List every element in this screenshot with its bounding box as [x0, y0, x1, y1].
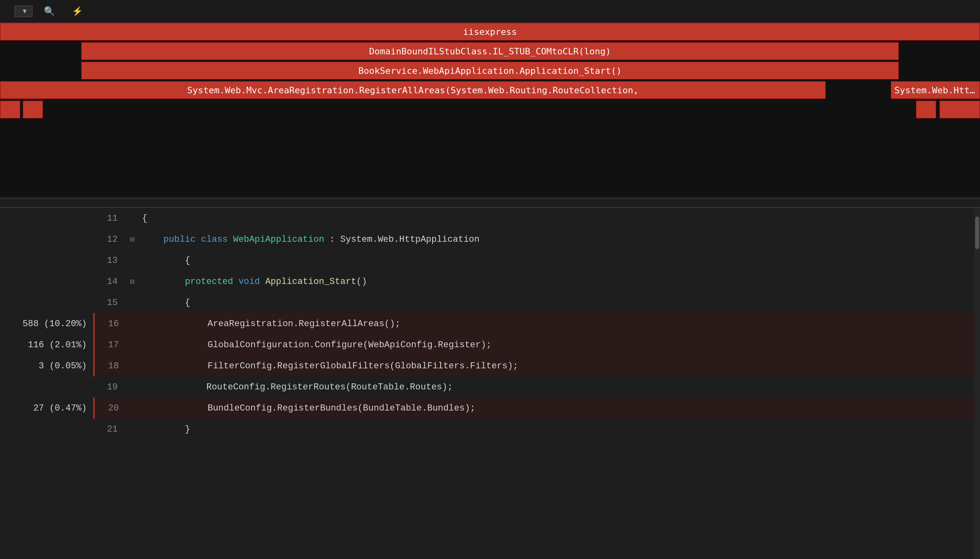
- line-number-13: 13: [93, 250, 126, 271]
- collapse-btn-12[interactable]: ⊟: [126, 229, 139, 250]
- view-selector[interactable]: ▼: [15, 6, 32, 17]
- top-bar: ▼ 🔍 ⚡: [0, 0, 980, 23]
- line-number-20: 20: [95, 398, 127, 419]
- collapse-btn-11: [126, 208, 139, 229]
- collapse-btn-20: [127, 398, 140, 419]
- collapse-btn-17: [127, 334, 140, 355]
- code-area: 588 (10.20%)116 (2.01%)3 (0.05%)27 (0.47…: [0, 208, 980, 559]
- scrollbar-thumb[interactable]: [975, 217, 979, 249]
- code-text-11: {: [139, 208, 974, 229]
- flame-bar-iisexpress[interactable]: iisexpress: [0, 23, 980, 41]
- scrollbar[interactable]: [974, 208, 980, 559]
- code-content: 11{12⊟ public class WebApiApplication : …: [93, 208, 974, 559]
- flame-bar-small4[interactable]: [916, 101, 936, 118]
- line-number-12: 12: [93, 229, 126, 250]
- code-text-17: GlobalConfiguration.Configure(WebApiConf…: [140, 334, 974, 355]
- hit-count-row-18: 3 (0.05%): [0, 355, 93, 376]
- code-line-21: 21 }: [93, 419, 974, 440]
- code-line-18: 18 FilterConfig.RegisterGlobalFilters(Gl…: [93, 355, 974, 376]
- code-line-17: 17 GlobalConfiguration.Configure(WebApiC…: [93, 334, 974, 355]
- collapse-btn-21: [126, 419, 139, 440]
- hit-count-row-17: 116 (2.01%): [0, 334, 93, 355]
- flame-container: iisexpress DomainBoundILStubClass.IL_STU…: [0, 23, 980, 197]
- collapse-btn-14[interactable]: ⊟: [126, 271, 139, 292]
- line-number-19: 19: [93, 376, 126, 398]
- flame-bar-label: BookService.WebApiApplication.Applicatio…: [355, 66, 625, 76]
- hit-count-row-19: [0, 376, 93, 398]
- flame-bar-mvc-area[interactable]: System.Web.Mvc.AreaRegistration.Register…: [0, 81, 826, 99]
- code-line-19: 19 RouteConfig.RegisterRoutes(RouteTable…: [93, 376, 974, 398]
- hit-count-row-13: [0, 250, 93, 271]
- reset-zoom-button[interactable]: 🔍: [41, 4, 60, 18]
- collapse-btn-15: [126, 292, 139, 313]
- flip-flame-graph-button[interactable]: ⚡: [69, 4, 88, 18]
- code-text-12: public class WebApiApplication : System.…: [139, 229, 974, 250]
- flame-bar-label: iisexpress: [460, 27, 520, 37]
- code-text-19: RouteConfig.RegisterRoutes(RouteTable.Ro…: [139, 376, 974, 398]
- hit-count-row-11: [0, 208, 93, 229]
- flame-bar-system-web-htt[interactable]: System.Web.Htt...: [891, 81, 980, 99]
- code-line-12: 12⊟ public class WebApiApplication : Sys…: [93, 229, 974, 250]
- code-line-16: 16 AreaRegistration.RegisterAllAreas();: [93, 313, 974, 334]
- line-number-15: 15: [93, 292, 126, 313]
- flip-icon: ⚡: [72, 6, 83, 17]
- flame-bar-small1[interactable]: [0, 101, 20, 118]
- flame-bar-small2[interactable]: [23, 101, 43, 118]
- hit-count-row-21: [0, 419, 93, 440]
- collapse-btn-16: [127, 313, 140, 334]
- line-number-17: 17: [95, 334, 127, 355]
- collapse-btn-19: [126, 376, 139, 398]
- code-line-14: 14⊟ protected void Application_Start(): [93, 271, 974, 292]
- flame-graph-area: iisexpress DomainBoundILStubClass.IL_STU…: [0, 23, 980, 197]
- line-number-11: 11: [93, 208, 126, 229]
- line-number-16: 16: [95, 313, 127, 334]
- code-text-16: AreaRegistration.RegisterAllAreas();: [140, 313, 974, 334]
- code-line-13: 13 {: [93, 250, 974, 271]
- code-text-20: BundleConfig.RegisterBundles(BundleTable…: [140, 398, 974, 419]
- code-line-15: 15 {: [93, 292, 974, 313]
- code-text-13: {: [139, 250, 974, 271]
- zoom-icon: 🔍: [44, 6, 55, 17]
- collapse-btn-13: [126, 250, 139, 271]
- code-line-11: 11{: [93, 208, 974, 229]
- code-text-18: FilterConfig.RegisterGlobalFilters(Globa…: [140, 355, 974, 376]
- collapse-btn-18: [127, 355, 140, 376]
- flame-bar-label: DomainBoundILStubClass.IL_STUB_COMtoCLR(…: [366, 46, 614, 56]
- code-text-21: }: [139, 419, 974, 440]
- chevron-down-icon: ▼: [22, 8, 28, 15]
- line-number-21: 21: [93, 419, 126, 440]
- hit-count-row-14: [0, 271, 93, 292]
- hit-count-row-12: [0, 229, 93, 250]
- code-line-20: 20 BundleConfig.RegisterBundles(BundleTa…: [93, 398, 974, 419]
- code-text-14: protected void Application_Start(): [139, 271, 974, 292]
- file-path-bar: [0, 199, 980, 208]
- flame-bar-label: System.Web.Htt...: [891, 85, 980, 95]
- line-number-14: 14: [93, 271, 126, 292]
- hit-counts-column: 588 (10.20%)116 (2.01%)3 (0.05%)27 (0.47…: [0, 208, 93, 559]
- flame-bar-label: System.Web.Mvc.AreaRegistration.Register…: [184, 85, 642, 95]
- code-text-15: {: [139, 292, 974, 313]
- flame-bar-small3[interactable]: [939, 101, 980, 118]
- hit-count-row-15: [0, 292, 93, 313]
- line-number-18: 18: [95, 355, 127, 376]
- hit-count-row-16: 588 (10.20%): [0, 313, 93, 334]
- hit-count-row-20: 27 (0.47%): [0, 398, 93, 419]
- flame-bar-bookservice[interactable]: BookService.WebApiApplication.Applicatio…: [81, 62, 899, 80]
- flame-bar-domainbound[interactable]: DomainBoundILStubClass.IL_STUB_COMtoCLR(…: [81, 42, 899, 60]
